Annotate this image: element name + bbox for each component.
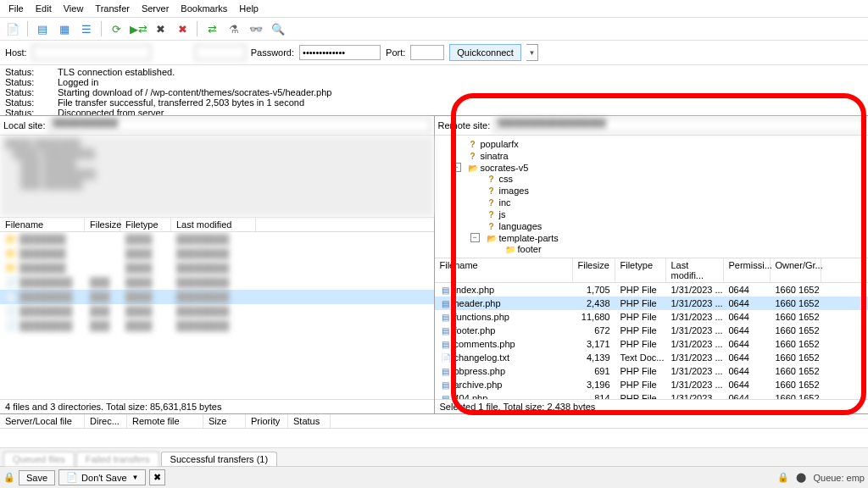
password-input[interactable] [299, 45, 381, 60]
menu-view[interactable]: View [58, 2, 89, 15]
col-filetype[interactable]: Filetype [120, 218, 171, 231]
message-log: Status:TLS connection established. Statu… [0, 65, 868, 116]
port-input[interactable] [410, 45, 444, 60]
tree-item[interactable]: ?css [482, 173, 864, 185]
col-size[interactable]: Size [203, 414, 246, 428]
tab-successful[interactable]: Successful transfers (1) [161, 452, 278, 466]
collapse-icon[interactable]: − [452, 163, 461, 172]
menu-help[interactable]: Help [234, 2, 264, 15]
col-permissions[interactable]: Permissi... [724, 258, 771, 282]
remote-site-bar: Remote site: ████████████████████ [435, 116, 869, 136]
close-button[interactable]: ✖ [149, 469, 165, 485]
log-label: Status: [5, 87, 42, 97]
col-modified[interactable]: Last modified [171, 218, 256, 231]
log-text: Starting download of / /wp-content/theme… [58, 87, 331, 97]
col-filesize[interactable]: Filesize [573, 258, 615, 282]
separator [27, 21, 28, 36]
col-status[interactable]: Status [288, 414, 331, 428]
tab-failed[interactable]: Failed transfers [76, 452, 159, 466]
encryption-icon: 🔒 [3, 472, 15, 483]
col-modified[interactable]: Last modifi... [666, 258, 724, 282]
queue-status: Queue: emp [813, 473, 865, 483]
save-button[interactable]: Save [19, 470, 55, 485]
toggle-log-icon[interactable]: ▤ [33, 19, 52, 38]
menu-edit[interactable]: Edit [31, 2, 57, 15]
remote-tree[interactable]: ?popularfx ?sinatra −📂socrates-v5 ?css ?… [435, 136, 869, 258]
disconnect-icon[interactable]: ✖ [173, 19, 192, 38]
menu-transfer[interactable]: Transfer [90, 2, 135, 15]
local-site-label: Local site: [3, 120, 46, 130]
col-direction[interactable]: Direc... [85, 414, 127, 428]
local-file-header: Filename Filesize Filetype Last modified [0, 217, 434, 232]
file-row[interactable]: ▤comments.php3,171PHP File1/31/2023 ...0… [435, 337, 869, 351]
local-site-bar: Local site: ████████████ [0, 116, 434, 136]
remote-site-path[interactable]: ████████████████████ [493, 118, 865, 133]
col-filetype[interactable]: Filetype [615, 258, 666, 282]
collapse-icon[interactable]: − [470, 233, 480, 242]
cancel-icon[interactable]: ✖ [151, 19, 170, 38]
username-input[interactable] [195, 45, 246, 60]
tree-item[interactable]: −📂socrates-v5 ?css ?images ?inc ?js ?lan… [464, 162, 864, 258]
file-row[interactable]: ▤index.php1,705PHP File1/31/2023 ...0644… [435, 283, 869, 297]
file-row[interactable]: ▤footer.php672PHP File1/31/2023 ...06441… [435, 324, 869, 337]
tree-item[interactable]: ?sinatra [464, 150, 864, 162]
col-owner[interactable]: Owner/Gr... [771, 258, 821, 282]
col-priority[interactable]: Priority [246, 414, 288, 428]
search-icon[interactable]: 🔍 [269, 19, 287, 38]
file-row[interactable]: ▤bbpress.php691PHP File1/31/2023 ...0644… [435, 364, 869, 378]
file-row[interactable]: ▤functions.php11,680PHP File1/31/2023 ..… [435, 310, 869, 324]
quickconnect-button[interactable]: Quickconnect [449, 44, 521, 61]
transfer-queue-body[interactable] [0, 429, 868, 447]
quickconnect-dropdown[interactable]: ▼ [526, 44, 538, 61]
menu-server[interactable]: Server [136, 2, 174, 15]
port-label: Port: [386, 47, 405, 58]
reconnect-icon[interactable]: ⇄ [203, 19, 221, 38]
local-site-path[interactable]: ████████████ [49, 118, 431, 133]
toolbar: 📄 ▤ ▦ ☰ ⟳ ▶⇄ ✖ ✖ ⇄ ⚗ 👓 🔍 [0, 18, 868, 41]
file-row[interactable]: 📄changelog.txt4,139Text Doc...1/31/2023 … [435, 351, 869, 364]
quickconnect-bar: Host: Password: Port: Quickconnect ▼ [0, 41, 868, 65]
local-file-list[interactable]: 📁 ███████████████████ 📁 ████████████████… [0, 232, 434, 399]
col-filename[interactable]: Filename [0, 218, 85, 231]
tree-item[interactable]: −📂template-parts 📁footer 📁header 📁listin… [482, 232, 864, 258]
queue-indicator-icon: ⬤ [796, 472, 806, 483]
log-label: Status: [5, 67, 42, 77]
file-row[interactable]: ▤archive.php3,196PHP File1/31/2023 ...06… [435, 378, 869, 391]
tree-item[interactable]: ?images [482, 185, 864, 197]
site-manager-icon[interactable]: 📄 [3, 19, 22, 38]
transfer-tabs: Queued files Failed transfers Successful… [0, 447, 868, 466]
tree-item[interactable]: 📁footer [501, 243, 864, 255]
remote-file-header: Filename Filesize Filetype Last modifi..… [435, 258, 869, 283]
file-row[interactable]: ▤header.php2,438PHP File1/31/2023 ...064… [435, 297, 869, 310]
remote-site-label: Remote site: [438, 120, 491, 130]
host-input[interactable] [32, 45, 151, 60]
filter-icon[interactable]: ⚗ [225, 19, 243, 38]
file-row[interactable]: ▤404.php814PHP File1/31/2023 ...06441660… [435, 391, 869, 400]
toggle-queue-icon[interactable]: ☰ [77, 19, 96, 38]
tree-item[interactable]: ?js [482, 208, 864, 220]
col-server-file[interactable]: Server/Local file [0, 414, 85, 428]
remote-status: Selected 1 file. Total size: 2,438 bytes [435, 399, 869, 413]
tree-item[interactable]: ?popularfx [464, 138, 864, 150]
tree-item[interactable]: 📁header [501, 255, 864, 258]
col-filesize[interactable]: Filesize [85, 218, 120, 231]
toggle-tree-icon[interactable]: ▦ [55, 19, 74, 38]
lock-icon: 🔒 [777, 472, 789, 483]
remote-pane: Remote site: ████████████████████ ?popul… [435, 116, 869, 413]
menu-bar: File Edit View Transfer Server Bookmarks… [0, 0, 868, 18]
col-filename[interactable]: Filename [435, 258, 573, 282]
menu-bookmarks[interactable]: Bookmarks [175, 2, 232, 15]
chevron-down-icon: ▼ [132, 474, 139, 481]
process-queue-icon[interactable]: ▶⇄ [129, 19, 147, 38]
remote-file-list[interactable]: ▤index.php1,705PHP File1/31/2023 ...0644… [435, 283, 869, 400]
dont-save-button[interactable]: 📄Don't Save▼ [58, 469, 146, 485]
compare-icon[interactable]: 👓 [247, 19, 265, 38]
tab-queued[interactable]: Queued files [3, 452, 75, 466]
tree-item[interactable]: ?languages [482, 220, 864, 232]
refresh-icon[interactable]: ⟳ [107, 19, 125, 38]
col-remote-file[interactable]: Remote file [127, 414, 203, 428]
local-tree[interactable]: ████ ███████ ████ ████████ ███ █████ ███… [0, 136, 434, 217]
main-split: Local site: ████████████ ████ ███████ ██… [0, 116, 868, 414]
menu-file[interactable]: File [3, 2, 29, 15]
tree-item[interactable]: ?inc [482, 197, 864, 208]
